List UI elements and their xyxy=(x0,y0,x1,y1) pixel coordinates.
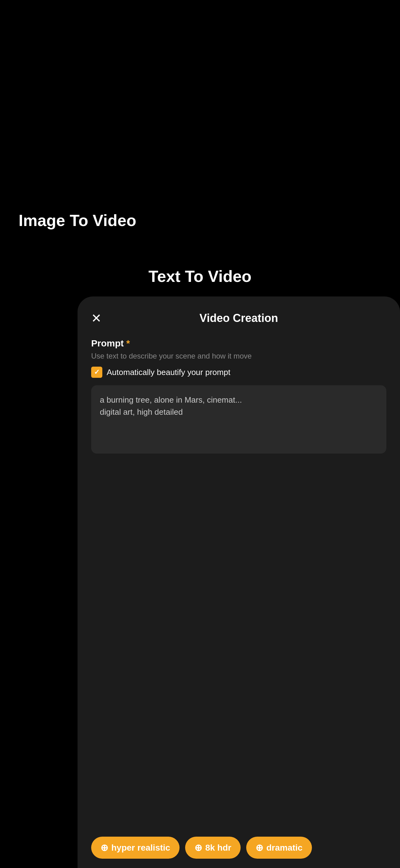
beautify-row: ✓ Automatically beautify your prompt xyxy=(91,367,386,378)
bottom-prompt-label: Prompt * xyxy=(91,338,386,349)
tag-8k-hdr[interactable]: ⊕ 8k hdr xyxy=(185,837,241,859)
tag-dramatic[interactable]: ⊕ dramatic xyxy=(246,837,312,859)
bottom-prompt-hint: Use text to describe your scene and how … xyxy=(91,352,386,361)
tag-plus-icon-2: ⊕ xyxy=(194,842,202,853)
checkbox-check-icon: ✓ xyxy=(94,368,100,376)
prompt-section: Prompt * Use text to describe your scene… xyxy=(91,338,386,455)
bottom-modal-header: ✕ Video Creation xyxy=(91,312,386,324)
tag-8k-hdr-label: 8k hdr xyxy=(205,843,231,853)
bottom-phone: ✕ Video Creation Prompt * Use text to de… xyxy=(77,297,400,868)
prompt-textarea[interactable]: a burning tree, alone in Mars, cinemat..… xyxy=(91,385,386,454)
bottom-close-button[interactable]: ✕ xyxy=(91,312,102,324)
tag-plus-icon-3: ⊕ xyxy=(256,842,263,853)
tag-dramatic-label: dramatic xyxy=(266,843,303,853)
beautify-label: Automatically beautify your prompt xyxy=(107,368,230,377)
tag-hyper-realistic[interactable]: ⊕ hyper realistic xyxy=(91,837,179,859)
tag-hyper-realistic-label: hyper realistic xyxy=(111,843,170,853)
tags-row: ⊕ hyper realistic ⊕ 8k hdr ⊕ dramatic xyxy=(77,827,400,868)
text-to-video-label: Text To Video xyxy=(0,267,400,286)
bottom-modal-title: Video Creation xyxy=(199,312,278,325)
tag-plus-icon: ⊕ xyxy=(100,842,108,853)
beautify-checkbox[interactable]: ✓ xyxy=(91,367,102,378)
image-to-video-label: Image To Video xyxy=(19,211,136,230)
